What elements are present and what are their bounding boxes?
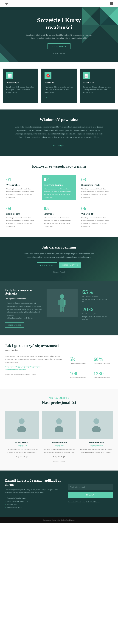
coaching-demo-button[interactable]: DEMO NA ŻYWO xyxy=(59,262,81,268)
avatar-person-icon-2 xyxy=(54,418,64,432)
svg-rect-12 xyxy=(64,300,66,306)
team-role-2: Category filler xyxy=(42,444,76,446)
mindfulness-section: Jak i gdzie uczyć się uważności usługa t… xyxy=(0,336,118,389)
program-stat-2: 20% Przykładowy nagłówek Sample text. Cl… xyxy=(82,306,113,320)
benefit-item-3: 03 Niesamowite wyniki Vitae turpis massa… xyxy=(80,175,113,200)
program-image xyxy=(47,289,78,317)
team-social-2: f ig tw in yt xyxy=(42,456,76,458)
feature-title-1: Wizualizuj To xyxy=(6,82,35,84)
program-stat-1: 65% Przykładowy nagłówek Sample text. Cl… xyxy=(82,289,113,303)
svg-point-17 xyxy=(56,418,62,424)
instagram-icon[interactable]: ig xyxy=(18,456,19,458)
linkedin-icon[interactable]: in xyxy=(23,456,25,458)
cta-left-panel: Zacznij korzystać z naszej aplikacji za … xyxy=(5,478,63,509)
cta-list-item-3: Planujesz się? xyxy=(5,503,63,506)
benefit-desc-4: Vitae turpis massa sed. Mauris diam maec… xyxy=(6,216,37,228)
feature-desc-3: Sample text. Click to select the text bo… xyxy=(83,86,112,94)
hero-cta-button[interactable]: IDZIE WIĘCEJ xyxy=(48,44,71,49)
hero-title: Szczęście i Kursy uważności xyxy=(5,16,113,31)
svg-point-20 xyxy=(92,426,101,432)
stat-num-1: 65% xyxy=(82,289,113,295)
facebook-icon[interactable]: f xyxy=(53,456,54,458)
stat-label-m3: Przykładowy nagłówek xyxy=(70,376,88,378)
hamburger-button[interactable] xyxy=(110,2,113,4)
stat-desc-1: Sample text. Click to select the Text El… xyxy=(82,298,113,303)
benefit-item-1: 01 Wysoka jakość Vitae turpis massa sed.… xyxy=(5,175,38,200)
svg-point-15 xyxy=(19,418,25,424)
program-left-panel: Każdy kurs programu obejmuje: Umiejętnoś… xyxy=(5,289,42,328)
benefit-desc-5: Vitae turpis massa sed. Mauris diam maec… xyxy=(44,216,74,228)
instagram-icon[interactable]: ig xyxy=(55,456,57,458)
program-list-item-2: edukacji : sblockchain i wiele danych xyxy=(5,316,42,320)
twitter-icon[interactable]: tw xyxy=(20,456,22,458)
hero-credit: Zdjęcie z Freepik xyxy=(5,52,113,54)
twitter-icon[interactable]: tw xyxy=(58,456,59,458)
coaching-credit: Zdjęcie z Freepik xyxy=(5,271,113,273)
mindfulness-description: Excepteur sint occaecat cupidatat non pr… xyxy=(5,355,63,364)
team-member-2: Ann Richmond Category filler Quat amet l… xyxy=(42,411,76,458)
facebook-icon[interactable]: f xyxy=(16,456,17,458)
welcome-cta-button[interactable]: IDZIE WIĘCEJ xyxy=(49,143,69,148)
hero-section: Szczęście i Kursy uważności Sample text.… xyxy=(0,7,118,62)
hamburger-line xyxy=(110,4,113,4)
svg-rect-13 xyxy=(60,307,62,312)
benefit-title-5: Innowacje xyxy=(44,213,74,215)
feature-icon-1: 📊 xyxy=(6,72,13,79)
stat-box-3: 100 Przykładowy nagłówek xyxy=(68,369,89,381)
stat-box-2: 60% Przykładowy nagłówek xyxy=(92,355,113,366)
team-avatar-3 xyxy=(79,411,113,439)
program-list: Pomożemy firmom znaleźć ekspertów od inn… xyxy=(5,302,42,319)
team-role-3: pro.programmiasta xyxy=(79,444,113,446)
feature-desc-2: Sample text. Click to select the text bo… xyxy=(45,86,73,94)
team-name-1: Mary Brown xyxy=(5,441,39,444)
stat-label-2: Przykładowy nagłówek xyxy=(82,313,113,315)
stat-num-m3: 100 xyxy=(70,371,88,376)
stat-desc-2: Sample text. Click to select the Text El… xyxy=(82,315,113,320)
feature-arrow-3[interactable]: → xyxy=(83,96,112,100)
benefit-desc-6: Vitae turpis massa sed. Mauris diam maec… xyxy=(81,216,112,228)
program-cta-button[interactable]: IDZIE WIĘCEJ xyxy=(5,322,24,328)
footer-text: Sample text. Click to select the Text Te… xyxy=(5,519,113,521)
benefit-title-4: Najlepsze ceny xyxy=(6,213,37,215)
feature-desc-1: Sample text. Click to select the text bo… xyxy=(6,86,35,94)
benefit-title-6: Wsparcie 24/7 xyxy=(81,213,112,215)
stat-box-4: 1230 Przykładowy nagłówek xyxy=(92,369,113,381)
team-desc-1: Quat amet lorem mauris diam ullamcorper … xyxy=(5,448,39,454)
cta-submit-button[interactable]: TRÓJKĄT xyxy=(68,492,113,498)
mindfulness-tag-1: Kursy wprowadzające, sesje degustacyjne … xyxy=(5,366,63,368)
feature-arrow-2[interactable]: → xyxy=(45,96,73,100)
feature-arrow-1[interactable]: → xyxy=(6,96,35,100)
coaching-more-button[interactable]: IDZIE WIĘCEJ xyxy=(37,262,57,268)
coaching-section: Jak działa coaching Simple Text. Lorem i… xyxy=(0,237,118,281)
feature-icon-2: 🎯 xyxy=(45,72,52,79)
cta-email-input[interactable] xyxy=(68,484,113,490)
youtube-icon[interactable]: yt xyxy=(63,456,65,458)
welcome-section: Wiadomość powitalna Amel luctus venenati… xyxy=(0,110,118,156)
mindfulness-left: Excepteur sint occaecat cupidatat non pr… xyxy=(5,355,63,378)
linkedin-icon[interactable]: in xyxy=(61,456,62,458)
benefits-title: Korzyści ze współpracy z nami xyxy=(5,164,113,169)
benefit-title-3: Niesamowite wyniki xyxy=(81,184,112,186)
navigation: logo xyxy=(0,0,118,7)
team-section: Poznaj Zespół Nasi profesjonaliści Mary … xyxy=(0,389,118,470)
svg-rect-11 xyxy=(58,300,60,306)
svg-point-19 xyxy=(93,418,99,424)
svg-point-9 xyxy=(60,294,64,299)
program-section: Każdy kurs programu obejmuje: Umiejętnoś… xyxy=(0,281,118,336)
svg-rect-14 xyxy=(62,307,64,312)
benefit-item-6: 06 Wsparcie 24/7 Vitae turpis massa sed.… xyxy=(80,204,113,229)
youtube-icon[interactable]: yt xyxy=(26,456,28,458)
team-desc-3: Quat amet lorem mauris diam ullamcorper … xyxy=(79,448,113,454)
benefit-num-1: 01 xyxy=(6,177,37,182)
team-avatar-1 xyxy=(5,411,39,439)
features-section: 📊 Wizualizuj To Sample text. Click to se… xyxy=(0,62,118,110)
welcome-title: Wiadomość powitalna xyxy=(9,118,109,122)
benefit-desc-3: Vitae turpis massa sed. Mauris diam maec… xyxy=(81,188,112,198)
benefit-num-5: 05 xyxy=(44,206,74,212)
footer: Sample text. Click to select the Text Te… xyxy=(0,517,118,523)
coaching-description: Simple Text. Lorem ipsum dolor sit amet,… xyxy=(23,252,95,259)
program-person-icon xyxy=(56,294,68,312)
feature-card-1: 📊 Wizualizuj To Sample text. Click to se… xyxy=(3,68,38,103)
stat-box-1: 5k Przykładowy nagłówek xyxy=(68,355,89,366)
mindfulness-title: Jak i gdzie uczyć się uważności xyxy=(5,343,113,348)
